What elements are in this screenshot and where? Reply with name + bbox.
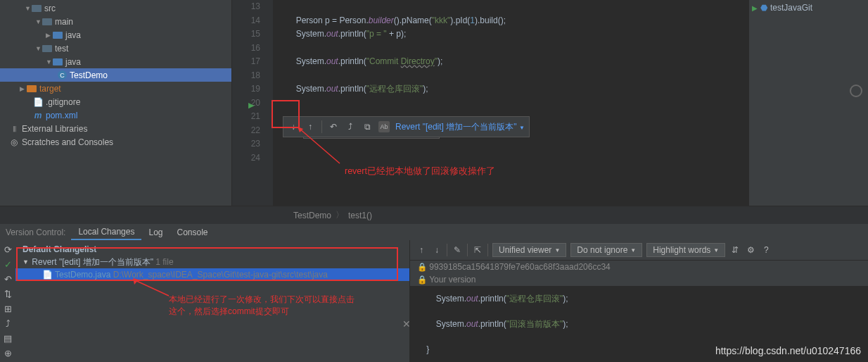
project-tree[interactable]: ▼src ▼main ▶java ▼test ▼java CTestDemo ▶…: [0, 0, 232, 206]
default-changelist[interactable]: Default Changelist: [15, 243, 409, 256]
collapse-icon[interactable]: ⇵: [729, 244, 741, 256]
revert-changelist[interactable]: ▼ Revert "[edit] 增加一个当前版本" 1 file: [15, 256, 409, 268]
tree-java2[interactable]: ▼java: [0, 55, 231, 68]
tree-src[interactable]: ▼src: [0, 1, 231, 15]
close-diff-icon[interactable]: ✕: [402, 318, 411, 330]
tab-console[interactable]: Console: [170, 224, 215, 240]
down-icon[interactable]: ↓: [288, 121, 299, 132]
rollback-icon[interactable]: ↶: [4, 274, 12, 285]
commit-hash: 🔒 9939185ca15641879fe7e60ac68f3aaad206cc…: [410, 261, 868, 273]
your-version-label: 🔒 Your version: [410, 273, 868, 286]
highlight-select[interactable]: Highlight words▼: [646, 243, 725, 257]
viewer-mode-select[interactable]: Unified viewer▼: [492, 243, 566, 257]
ignore-select[interactable]: Do not ignore▼: [570, 243, 642, 257]
tree-test[interactable]: ▼test: [0, 42, 231, 55]
undo-icon[interactable]: ↶: [328, 121, 339, 132]
copy-icon[interactable]: ⧉: [362, 121, 373, 132]
run-gutter-icon[interactable]: ▶: [248, 101, 254, 110]
group-icon[interactable]: ▤: [4, 333, 12, 344]
tab-local-changes[interactable]: Local Changes: [71, 224, 141, 240]
changed-file[interactable]: 📄TestDemo.java D:\Work_space\IDEA_Space\…: [15, 268, 409, 281]
expand-icon[interactable]: ⊕: [4, 348, 12, 358]
run-icon: ⬣: [760, 3, 767, 13]
diff-icon[interactable]: ⇅: [4, 289, 12, 299]
tab-log[interactable]: Log: [141, 224, 170, 240]
gear-icon[interactable]: ⚙: [745, 244, 756, 256]
progress-indicator: [850, 85, 862, 97]
scratch-icon: ◎: [9, 138, 19, 146]
file-icon: 📄: [33, 98, 43, 106]
tree-pom[interactable]: mpom.xml: [0, 108, 231, 122]
tree-scratches[interactable]: ◎Scratches and Consoles: [0, 135, 231, 149]
maven-icon: m: [33, 111, 43, 120]
revert-link[interactable]: Revert "[edit] 增加一个当前版本" ▼: [395, 121, 525, 133]
refresh-icon[interactable]: ⟳: [4, 244, 12, 255]
class-icon: C: [58, 70, 67, 80]
changelist-icon[interactable]: ⊞: [4, 304, 12, 314]
external-icon[interactable]: ⇱: [472, 244, 483, 256]
next-diff-icon[interactable]: ↓: [431, 244, 442, 256]
tree-libs[interactable]: ⫴External Libraries: [0, 122, 231, 135]
vc-tabs: Version Control: Local Changes Log Conso…: [0, 224, 868, 240]
java-file-icon: 📄: [42, 270, 52, 279]
prev-diff-icon[interactable]: ↑: [416, 244, 427, 256]
run-config-item[interactable]: ▶⬣testJavaGit: [752, 3, 865, 13]
diff-viewer: ↑ ↓ ✎ ⇱ Unified viewer▼ Do not ignore▼ H…: [409, 240, 868, 362]
tree-main[interactable]: ▼main: [0, 15, 231, 28]
pin-icon[interactable]: ⤴: [345, 121, 356, 132]
tree-testdemo[interactable]: CTestDemo: [0, 68, 231, 82]
vc-toolbar: ⟳ ✓ ↶ ⇅ ⊞ ⤴ ▤ ⊕: [0, 240, 15, 362]
annotation-1: revert已经把本地做了回滚修改操作了: [345, 166, 495, 177]
diff-toolbar: ↑ ↓ ✎ ⇱ Unified viewer▼ Do not ignore▼ H…: [410, 240, 868, 261]
tree-target[interactable]: ▶target: [0, 82, 231, 95]
help-icon[interactable]: ?: [760, 244, 772, 256]
annotation-2: 本地已经进行了一次修改，我们下次可以直接点击这个，然后选择commit提交即可: [169, 294, 355, 318]
watermark: https://blog.csdn.net/u010247166: [715, 345, 861, 356]
play-icon: ▶: [752, 4, 758, 12]
library-icon: ⫴: [9, 125, 19, 133]
breadcrumb[interactable]: TestDemo〉test1(): [0, 206, 868, 224]
run-config-panel: ▶⬣testJavaGit: [748, 0, 868, 206]
shelve-icon[interactable]: ⤴: [6, 318, 11, 329]
up-icon[interactable]: ↑: [305, 121, 316, 132]
tree-gitignore[interactable]: 📄.gitignore: [0, 95, 231, 108]
edit-icon[interactable]: ✎: [452, 244, 463, 256]
ab-icon[interactable]: Ab: [378, 121, 390, 132]
vc-title: Version Control:: [0, 227, 71, 237]
inline-toolbar[interactable]: ↓ ↑ ↶ ⤴ ⧉ Ab Revert "[edit] 增加一个当前版本" ▼: [283, 116, 530, 137]
tree-java1[interactable]: ▶java: [0, 28, 231, 42]
commit-icon[interactable]: ✓: [4, 259, 12, 270]
